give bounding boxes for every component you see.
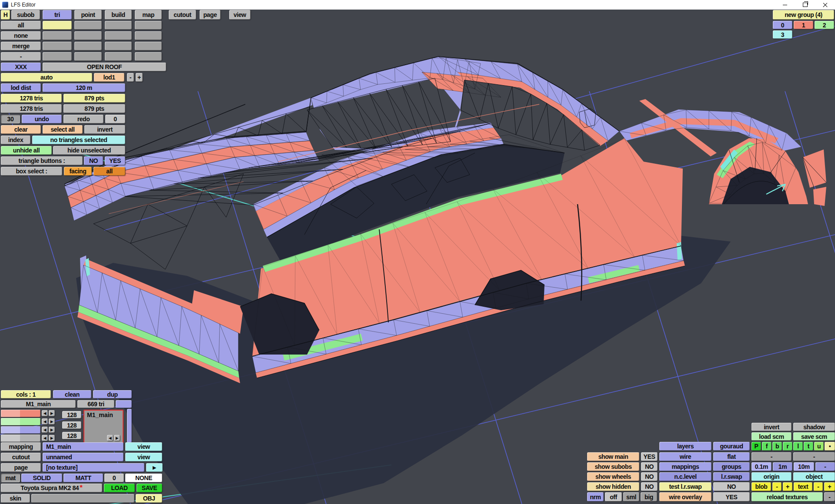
blob-button[interactable]: blob [752, 482, 771, 491]
grid-dash-button[interactable]: - [815, 462, 835, 471]
arrow-right-icon[interactable]: ► [114, 435, 120, 441]
mapping-scrollbar[interactable] [127, 409, 132, 443]
load-scm-button[interactable]: load scm [752, 432, 792, 441]
shadow-button[interactable]: shadow [793, 423, 835, 431]
gouraud-button[interactable]: gouraud [713, 442, 750, 451]
text-plus-button[interactable]: + [824, 482, 835, 491]
wire-overlay-state[interactable]: YES [713, 492, 750, 501]
grid-cell[interactable] [135, 31, 162, 40]
triangle-buttons-yes[interactable]: YES [105, 156, 125, 165]
color-slider-green[interactable] [1, 418, 40, 425]
mapping-row-value[interactable]: M1_main [43, 442, 124, 451]
menu-point[interactable]: point [74, 10, 102, 20]
nrm-big-button[interactable]: big [641, 492, 657, 501]
arrow-right-icon[interactable]: ► [49, 435, 55, 441]
group-2-button[interactable]: 2 [815, 21, 834, 29]
channel-l-button[interactable]: l [793, 442, 803, 451]
cutout-view-button[interactable]: view [125, 453, 162, 461]
menu-tri[interactable]: tri [43, 10, 72, 20]
show-wheels-label[interactable]: show wheels [587, 472, 639, 481]
mat-matt-button[interactable]: MATT [63, 474, 103, 482]
nrm-off-button[interactable]: off [605, 492, 622, 501]
grid-cell[interactable] [105, 42, 132, 50]
select-all-row[interactable]: all [1, 21, 41, 30]
show-hidden-state[interactable]: NO [641, 482, 658, 491]
box-select-facing[interactable]: facing [64, 167, 92, 176]
skin-label[interactable]: skin [1, 494, 30, 503]
channel-u-button[interactable]: u [814, 442, 824, 451]
reload-dash-button[interactable]: - [824, 492, 835, 501]
lod-plus-button[interactable]: + [136, 73, 143, 82]
test-lr-swap-button[interactable]: test l.r.swap [659, 482, 711, 491]
show-main-label[interactable]: show main [587, 452, 639, 461]
mappings-button[interactable]: mappings [659, 462, 711, 471]
restore-icon[interactable] [795, 0, 815, 10]
page-next-button[interactable]: ► [146, 463, 163, 472]
channel-dot-button[interactable]: ● [825, 442, 835, 451]
arrow-left-icon[interactable]: ◄ [42, 410, 48, 416]
origin-button[interactable]: origin [752, 472, 792, 481]
grid-cell[interactable] [105, 52, 132, 61]
grid-01m-button[interactable]: 0.1m [752, 462, 772, 471]
minimize-icon[interactable] [775, 0, 795, 10]
lr-swap-button[interactable]: l.r.swap [713, 472, 750, 481]
color-slider-blue[interactable] [1, 426, 40, 434]
arrow-right-icon[interactable]: ► [49, 427, 55, 433]
cutout-row-value[interactable]: unnamed [43, 453, 124, 461]
grid-cell[interactable] [43, 52, 72, 61]
invert-button[interactable]: invert [752, 423, 792, 431]
triangle-buttons-no[interactable]: NO [84, 156, 103, 165]
dash-button[interactable]: - [793, 452, 835, 461]
merge-row[interactable]: merge [1, 42, 41, 50]
group-3-button[interactable]: 3 [773, 30, 792, 39]
menu-h[interactable]: H [1, 10, 10, 20]
show-main-state[interactable]: YES [641, 452, 658, 461]
groups-button[interactable]: groups [713, 462, 750, 471]
lod-dist-value[interactable]: 120 m [43, 83, 125, 92]
menu-subob[interactable]: subob [11, 10, 40, 20]
new-group-button[interactable]: new group (4) [773, 10, 834, 20]
invert-selection-button[interactable]: invert [84, 125, 125, 134]
show-wheels-state[interactable]: NO [641, 472, 658, 481]
dash-row[interactable]: - [1, 52, 41, 61]
grid-cell[interactable] [74, 21, 102, 30]
menu-cutout[interactable]: cutout [169, 10, 196, 20]
lod1-button[interactable]: lod1 [94, 73, 124, 82]
dash-button[interactable]: - [752, 452, 792, 461]
clean-button[interactable]: clean [53, 390, 91, 398]
group-0-button[interactable]: 0 [773, 21, 792, 29]
layers-button[interactable]: layers [659, 442, 711, 451]
channel-p-button[interactable]: P [752, 442, 761, 451]
hide-unselected-button[interactable]: hide unselected [53, 146, 125, 155]
arrow-right-icon[interactable]: ► [49, 418, 55, 424]
grid-cell[interactable] [135, 52, 162, 61]
page-row-value[interactable]: [no texture] [43, 463, 144, 472]
text-minus-button[interactable]: - [814, 482, 823, 491]
test-lr-swap-state[interactable]: NO [713, 482, 750, 491]
mat-none[interactable]: NONE [125, 474, 162, 482]
arrow-left-icon[interactable]: ◄ [107, 435, 113, 441]
blob-plus-button[interactable]: + [783, 482, 792, 491]
arrow-right-icon[interactable]: ► [49, 410, 55, 416]
texture-preview[interactable]: M1_main ◄ ► [84, 410, 124, 444]
cutout-row-label[interactable]: cutout [1, 453, 41, 461]
dup-button[interactable]: dup [93, 390, 132, 398]
grid-1m-button[interactable]: 1m [773, 462, 792, 471]
cols-button[interactable]: cols : 1 [1, 390, 51, 398]
grid-cell[interactable] [74, 52, 102, 61]
channel-t-button[interactable]: t [804, 442, 813, 451]
menu-map[interactable]: map [135, 10, 162, 20]
nrm-sml-button[interactable]: sml [623, 492, 639, 501]
clear-button[interactable]: clear [1, 125, 41, 134]
mapping-row-label[interactable]: mapping [1, 442, 41, 451]
nc-level-button[interactable]: n.c.level [659, 472, 711, 481]
arrow-left-icon[interactable]: ◄ [42, 427, 48, 433]
wire-overlay-label[interactable]: wire overlay [659, 492, 711, 501]
grid-cell[interactable] [105, 21, 132, 30]
mapping-view-button[interactable]: view [125, 442, 162, 451]
grid-cell[interactable] [135, 21, 162, 30]
menu-page[interactable]: page [200, 10, 220, 20]
mat-label[interactable]: mat [1, 474, 20, 482]
channel-r-button[interactable]: r [783, 442, 792, 451]
blob-minus-button[interactable]: - [772, 482, 782, 491]
